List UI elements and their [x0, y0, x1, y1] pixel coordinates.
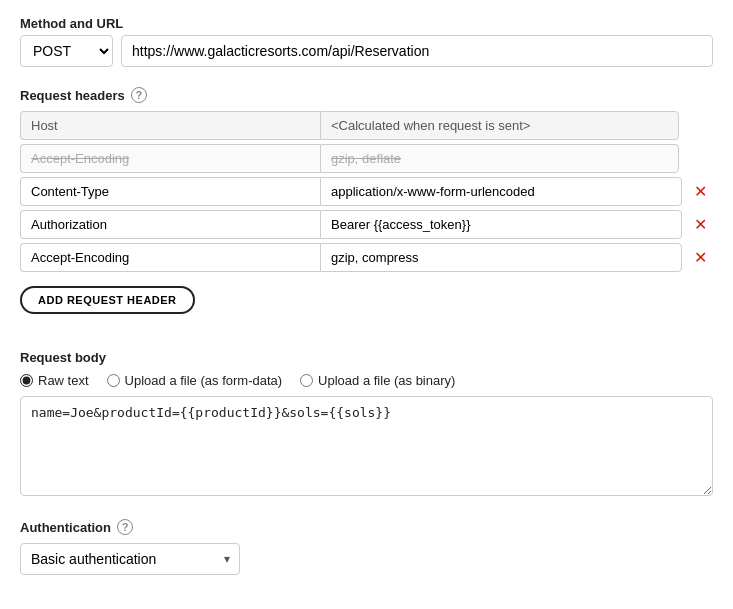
- radio-raw-text[interactable]: Raw text: [20, 373, 89, 388]
- request-body-label: Request body: [20, 350, 713, 365]
- radio-raw-text-label: Raw text: [38, 373, 89, 388]
- radio-upload-binary-label: Upload a file (as binary): [318, 373, 455, 388]
- request-headers-title: Request headers: [20, 88, 125, 103]
- auth-select[interactable]: No authentication Basic authentication B…: [20, 543, 240, 575]
- header-row: [20, 144, 713, 173]
- method-url-title: Method and URL: [20, 16, 123, 31]
- header-row: ✕: [20, 177, 713, 206]
- request-body-title: Request body: [20, 350, 106, 365]
- header-key-host[interactable]: [20, 111, 320, 140]
- header-row: ✕: [20, 243, 713, 272]
- radio-upload-binary-input[interactable]: [300, 374, 313, 387]
- header-row: [20, 111, 713, 140]
- request-headers-section: Request headers ? ✕ ✕ ✕ ADD REQUEST HEAD…: [20, 87, 713, 334]
- header-key-authorization[interactable]: [20, 210, 320, 239]
- radio-raw-text-input[interactable]: [20, 374, 33, 387]
- request-headers-label: Request headers ?: [20, 87, 713, 103]
- header-value-accept-encoding[interactable]: [320, 243, 682, 272]
- radio-upload-binary[interactable]: Upload a file (as binary): [300, 373, 455, 388]
- header-row: ✕: [20, 210, 713, 239]
- header-value-content-type[interactable]: [320, 177, 682, 206]
- header-key-accept-encoding-disabled[interactable]: [20, 144, 320, 173]
- header-value-host[interactable]: [320, 111, 679, 140]
- authentication-title: Authentication: [20, 520, 111, 535]
- method-url-row: POST GET PUT PATCH DELETE: [20, 35, 713, 67]
- header-value-authorization[interactable]: [320, 210, 682, 239]
- method-url-label: Method and URL: [20, 16, 713, 31]
- method-select[interactable]: POST GET PUT PATCH DELETE: [20, 35, 113, 67]
- radio-group-body: Raw text Upload a file (as form-data) Up…: [20, 373, 713, 388]
- header-value-accept-encoding-disabled[interactable]: [320, 144, 679, 173]
- radio-upload-form-input[interactable]: [107, 374, 120, 387]
- delete-header-accept-encoding[interactable]: ✕: [688, 250, 713, 266]
- radio-upload-form[interactable]: Upload a file (as form-data): [107, 373, 283, 388]
- auth-select-wrap: No authentication Basic authentication B…: [20, 543, 240, 575]
- radio-upload-form-label: Upload a file (as form-data): [125, 373, 283, 388]
- header-key-content-type[interactable]: [20, 177, 320, 206]
- delete-header-authorization[interactable]: ✕: [688, 217, 713, 233]
- header-key-accept-encoding[interactable]: [20, 243, 320, 272]
- authentication-help-icon[interactable]: ?: [117, 519, 133, 535]
- authentication-section: Authentication ? No authentication Basic…: [20, 519, 713, 575]
- add-request-header-button[interactable]: ADD REQUEST HEADER: [20, 286, 195, 314]
- url-input[interactable]: [121, 35, 713, 67]
- request-body-section: Request body Raw text Upload a file (as …: [20, 350, 713, 499]
- authentication-label: Authentication ?: [20, 519, 713, 535]
- delete-header-content-type[interactable]: ✕: [688, 184, 713, 200]
- body-textarea[interactable]: name=Joe&productId={{productId}}&sols={{…: [20, 396, 713, 496]
- request-headers-help-icon[interactable]: ?: [131, 87, 147, 103]
